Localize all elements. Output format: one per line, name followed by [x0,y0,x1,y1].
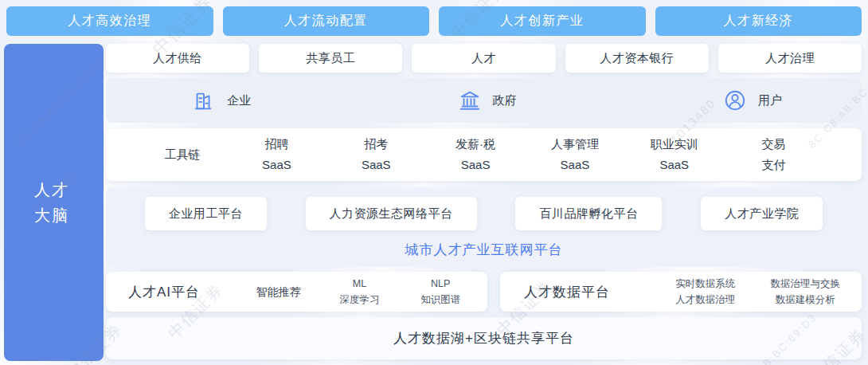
talent-brain-line2: 大脑 [34,206,69,224]
talent-ai-platform-panel: 人才AI平台 智能推荐 ML 深度学习 NLP 知识图谱 [106,272,487,312]
platform-boxes-row: 企业用工平台 人力资源生态网络平台 百川品牌孵化平台 人才产业学院 [106,197,862,230]
node-talent-supply: 人才供给 [106,44,249,73]
pillar-new-economy: 人才新经济 [655,6,862,36]
toolchain-item-trade-payment: 交易 支付 [724,134,823,176]
talent-brain-panel: 人才 大脑 [4,44,104,361]
toolchain-item-payroll-tax: 发薪·税 SaaS [426,134,526,176]
actor-government: 政府 [458,88,517,112]
ai-item-nlp-knowledge-graph: NLP 知识图谱 [400,276,481,308]
actor-enterprise: 企业 [192,88,251,112]
node-hr-ecosystem-network-platform: 人力资源生态网络平台 [306,197,477,230]
talent-platform-diagram: 人才高效治理 人才流动配置 人才创新产业 人才新经济 人才 大脑 人才供给 共享… [0,0,868,365]
top-pillars-row: 人才高效治理 人才流动配置 人才创新产业 人才新经济 [0,0,868,36]
toolchain-bar: 工具链 招聘 SaaS 招考 SaaS 发薪·税 SaaS 人事管理 SaaS [106,128,862,181]
actor-user: 用户 [723,88,782,112]
pillar-flow-allocation: 人才流动配置 [223,6,430,36]
city-platform-section: 企业用工平台 人力资源生态网络平台 百川品牌孵化平台 人才产业学院 城市人才产业… [106,187,862,267]
actor-enterprise-label: 企业 [227,93,251,108]
node-talent-industry-academy: 人才产业学院 [701,197,823,230]
building-icon [192,88,216,112]
toolchain-item-recruiting: 招聘 SaaS [227,134,326,176]
data-item-realtime-governance: 实时数据系统 人才数据治理 [655,276,756,308]
actor-government-label: 政府 [493,93,517,108]
ai-item-ml-deep-learning: ML 深度学习 [319,276,401,308]
pillar-innovation-industry: 人才创新产业 [439,6,646,36]
node-talent-capital-bank: 人才资本银行 [565,44,709,73]
toolchain-item-hr-management: 人事管理 SaaS [525,134,624,176]
talent-brain-line1: 人才 [34,181,69,198]
node-talent: 人才 [412,44,555,73]
supply-row: 人才供给 共享员工 人才 人才资本银行 人才治理 [106,44,862,73]
ai-data-row: 人才AI平台 智能推荐 ML 深度学习 NLP 知识图谱 人才数据 [106,272,862,312]
node-enterprise-employment-platform: 企业用工平台 [145,197,267,230]
actors-bar: 企业 政府 [106,78,862,123]
bank-icon [458,88,482,112]
talent-data-platform-panel: 人才数据平台 实时数据系统 人才数据治理 数据治理与交换 数据建模分析 [500,272,862,312]
data-item-exchange-modeling: 数据治理与交换 数据建模分析 [756,276,856,308]
node-shared-employees: 共享员工 [259,44,402,73]
node-talent-governance: 人才治理 [718,44,862,73]
toolchain-title: 工具链 [138,147,227,163]
talent-brain-title: 人才 大脑 [4,177,69,228]
talent-data-platform-title: 人才数据平台 [524,283,655,301]
ai-item-smart-recommendation: 智能推荐 [238,283,319,300]
data-lake-blockchain-platform: 人才数据湖+区块链共享平台 [106,317,862,359]
pillar-efficient-governance: 人才高效治理 [6,6,213,36]
toolchain-item-exam: 招考 SaaS [326,134,426,176]
talent-ai-platform-title: 人才AI平台 [128,283,238,301]
city-talent-internet-platform-title: 城市人才产业互联网平台 [106,241,862,259]
actor-user-label: 用户 [758,93,782,108]
toolchain-item-vocational-training: 职业实训 SaaS [624,134,724,176]
node-baichuan-brand-incubation-platform: 百川品牌孵化平台 [515,197,662,230]
user-icon [723,88,747,112]
